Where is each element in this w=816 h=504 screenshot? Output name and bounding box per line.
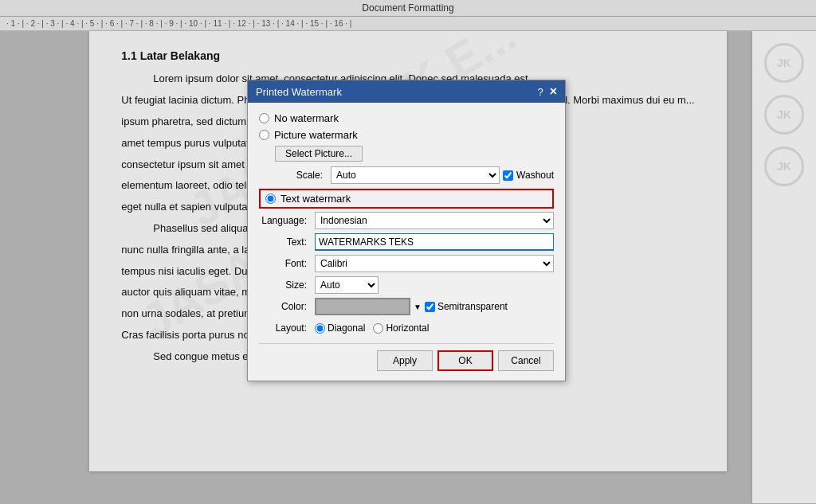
size-select[interactable]: Auto <box>315 276 379 294</box>
dialog-help-button[interactable]: ? <box>537 86 543 98</box>
color-dropdown-icon[interactable]: ▼ <box>414 303 422 311</box>
language-select[interactable]: Indonesian <box>315 212 554 229</box>
horizontal-label: Horizontal <box>386 322 429 334</box>
no-watermark-option[interactable]: No watermark <box>259 112 554 124</box>
picture-watermark-option[interactable]: Picture watermark <box>259 129 554 141</box>
semitransparent-label: Semitransparent <box>437 301 508 312</box>
text-label: Text: <box>259 236 307 248</box>
language-row: Language: Indonesian <box>259 212 554 229</box>
language-label: Language: <box>259 215 307 226</box>
dialog-titlebar: Printed Watermark ? × <box>248 80 565 103</box>
layout-label: Layout: <box>259 322 307 334</box>
semitransparent-option[interactable]: Semitransparent <box>425 301 508 312</box>
printed-watermark-dialog: Printed Watermark ? × No watermark Pictu… <box>247 80 566 381</box>
color-swatch[interactable] <box>316 299 410 315</box>
dialog-title: Printed Watermark <box>256 86 342 98</box>
cancel-button[interactable]: Cancel <box>498 350 554 371</box>
ok-button[interactable]: OK <box>437 350 493 371</box>
divider <box>259 343 554 344</box>
diagonal-radio[interactable] <box>315 323 325 334</box>
dialog-controls: ? × <box>537 84 557 99</box>
picture-watermark-radio[interactable] <box>259 130 269 140</box>
washout-checkbox[interactable] <box>503 170 513 181</box>
apply-button[interactable]: Apply <box>377 350 433 371</box>
font-select[interactable]: Calibri <box>315 255 554 272</box>
text-watermark-row[interactable]: Text watermark <box>259 189 554 209</box>
semitransparent-checkbox[interactable] <box>425 302 435 312</box>
washout-label: Washout <box>516 170 554 181</box>
size-label: Size: <box>259 279 307 291</box>
horizontal-radio[interactable] <box>373 323 383 334</box>
size-row: Size: Auto <box>259 276 554 294</box>
select-picture-button[interactable]: Select Picture... <box>275 146 363 162</box>
scale-row: Scale: Auto Washout <box>275 166 554 184</box>
scale-select[interactable]: Auto <box>331 166 500 184</box>
document-window: Document Formatting · 1 · | · 2 · | · 3 … <box>0 0 816 504</box>
washout-row: Washout <box>503 170 554 181</box>
font-label: Font: <box>259 258 307 269</box>
color-row: Color: ▼ Semitransparent <box>259 298 554 315</box>
color-label: Color: <box>259 301 307 312</box>
layout-row: Layout: Diagonal Horizontal <box>259 319 554 337</box>
diagonal-option[interactable]: Diagonal <box>315 322 365 334</box>
text-watermark-label: Text watermark <box>280 193 351 205</box>
dialog-content: No watermark Picture watermark Select Pi… <box>248 103 565 381</box>
text-input[interactable] <box>315 233 554 251</box>
diagonal-label: Diagonal <box>328 322 365 334</box>
layout-options: Diagonal Horizontal <box>315 322 429 334</box>
no-watermark-label: No watermark <box>274 112 339 124</box>
text-row: Text: <box>259 233 554 251</box>
button-row: Apply OK Cancel <box>259 350 554 371</box>
horizontal-option[interactable]: Horizontal <box>373 322 429 334</box>
scale-label: Scale: <box>275 170 323 181</box>
picture-section: Select Picture... Scale: Auto Washout <box>275 146 554 184</box>
font-row: Font: Calibri <box>259 255 554 272</box>
picture-watermark-label: Picture watermark <box>274 129 358 141</box>
text-watermark-radio[interactable] <box>265 193 276 204</box>
dialog-close-button[interactable]: × <box>550 84 557 99</box>
no-watermark-radio[interactable] <box>259 113 269 123</box>
